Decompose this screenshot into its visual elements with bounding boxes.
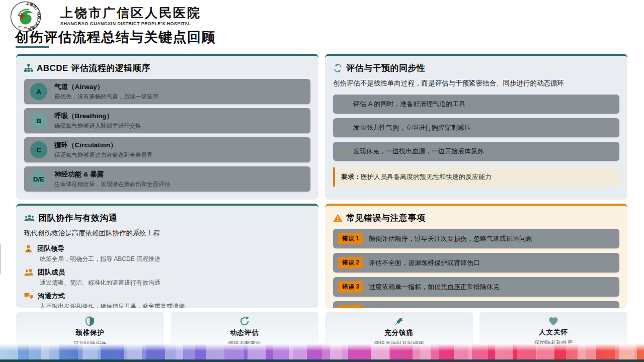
sitemap-icon bbox=[24, 64, 33, 72]
sync-item: → 评估 A 的同时，准备好清理气道的工具 bbox=[333, 95, 619, 114]
panel-team-header: 团队协作与有效沟通 bbox=[24, 212, 310, 224]
error-badge: 错误 4 bbox=[338, 305, 363, 308]
abcde-item-desc: 保证氧气能够通过血液输送到全身器官 bbox=[54, 151, 153, 159]
comments-icon bbox=[24, 293, 33, 300]
abcde-badge: A bbox=[30, 83, 47, 100]
hospital-name-zh: 上饶市广信区人民医院 bbox=[60, 6, 201, 20]
arrow-right-icon: → bbox=[339, 100, 347, 108]
error-item-3: 错误 3 过度依赖单一指标，如仅凭血压正常排除休克 bbox=[333, 277, 619, 297]
team-icon bbox=[24, 214, 35, 222]
decorative-gradient-strip bbox=[0, 344, 644, 359]
heart-icon bbox=[548, 316, 558, 326]
footer-card-title: 颈椎保护 bbox=[16, 328, 164, 337]
abcde-item-title: 呼吸（Breathing） bbox=[54, 112, 141, 121]
error-text: 颠倒评估顺序，过早关注次要损伤，忽略气道或循环问题 bbox=[369, 234, 532, 243]
panel-abcde: ABCDE 评估流程的逻辑顺序 A 气道（Airway） 最优先，没有通畅的气道… bbox=[16, 54, 318, 200]
team-item-desc: 通过清晰、简洁、标准化的语言进行有效沟通 bbox=[40, 279, 310, 287]
scrollbar-artifact bbox=[0, 244, 1, 274]
abcde-item-airway: A 气道（Airway） 最优先，没有通畅的气道，后续一切徒劳 bbox=[24, 79, 310, 104]
refresh-icon bbox=[239, 316, 250, 326]
error-text: 沟通不畅，团队成员各自为战，信息不共享 bbox=[369, 307, 493, 309]
team-item-title: 沟通方式 bbox=[38, 292, 65, 301]
sync-icon bbox=[333, 63, 343, 73]
team-item-desc: 大声报出发现和操作，确保信息共享，避免重复或遗漏 bbox=[40, 302, 310, 308]
bottom-accent-bar bbox=[0, 359, 644, 362]
error-item-4: 错误 4 沟通不畅，团队成员各自为战，信息不共享 bbox=[333, 301, 619, 308]
sync-item: → 发现张力性气胸，立即进行胸腔穿刺减压 bbox=[333, 118, 619, 137]
panel-sync-header: 评估与干预的同步性 bbox=[333, 62, 619, 74]
footer-card-title: 充分镇痛 bbox=[325, 328, 473, 337]
requirement-note-label: 要求： bbox=[341, 173, 361, 180]
team-item-desc: 统筹全局，明确分工，指导 ABCDE 流程推进 bbox=[40, 255, 310, 263]
abcde-badge: D/E bbox=[30, 170, 47, 188]
abcde-item-desc: 生命体征稳定后，发现潜在致命伤和全面评估 bbox=[54, 180, 170, 188]
abcde-item-desc: 确保氧气能够进入肺部并进行交换 bbox=[54, 122, 141, 130]
abcde-item-title: 神经功能 & 暴露 bbox=[54, 170, 170, 179]
error-badge: 错误 2 bbox=[338, 257, 363, 268]
error-text: 过度依赖单一指标，如仅凭血压正常排除休克 bbox=[369, 283, 500, 292]
error-badge: 错误 1 bbox=[338, 233, 363, 244]
hospital-logo: 上饶市广信区人民医院 bbox=[4, 1, 47, 32]
team-item-title: 团队领导 bbox=[37, 244, 64, 253]
abcde-item-desc: 最优先，没有通畅的气道，后续一切徒劳 bbox=[54, 93, 158, 101]
error-badge: 错误 3 bbox=[338, 281, 363, 293]
abcde-item-breathing: B 呼吸（Breathing） 确保氧气能够进入肺部并进行交换 bbox=[24, 108, 310, 133]
warning-icon bbox=[333, 214, 343, 222]
panel-sync-title: 评估与干预的同步性 bbox=[346, 62, 426, 74]
shield-icon bbox=[85, 316, 95, 326]
page-title: 创伤评估流程总结与关键点回顾 bbox=[15, 28, 216, 46]
abcde-item-disability-exposure: D/E 神经功能 & 暴露 生命体征稳定后，发现潜在致命伤和全面评估 bbox=[24, 166, 310, 192]
sync-item-text: 发现张力性气胸，立即进行胸腔穿刺减压 bbox=[353, 123, 471, 132]
panel-sync: 评估与干预的同步性 创伤评估不是线性单向过程，而是评估与干预紧密结合、同步进行的… bbox=[325, 54, 627, 200]
slide: 上饶市广信区人民医院 上饶市广信区人民医院 SHANGRAO GUANGXIN … bbox=[0, 0, 644, 362]
abcde-badge: C bbox=[30, 141, 47, 158]
panel-errors-title: 常见错误与注意事项 bbox=[346, 212, 426, 224]
requirement-note-text: 医护人员具备高度的预见性和快速的反应能力 bbox=[361, 173, 492, 180]
error-text: 评估不全面，遗漏颈椎保护或背部伤口 bbox=[369, 258, 480, 267]
requirement-note: 要求：医护人员具备高度的预见性和快速的反应能力 bbox=[333, 167, 619, 187]
panel-errors: 常见错误与注意事项 错误 1 颠倒评估顺序，过早关注次要损伤，忽略气道或循环问题… bbox=[325, 204, 627, 308]
footer-card-title: 动态评估 bbox=[171, 328, 318, 337]
title-underline bbox=[16, 46, 49, 48]
error-item-1: 错误 1 颠倒评估顺序，过早关注次要损伤，忽略气道或循环问题 bbox=[333, 229, 619, 248]
abcde-item-title: 循环（Circulation） bbox=[54, 141, 153, 150]
arrow-right-icon: → bbox=[339, 147, 347, 155]
members-icon bbox=[24, 268, 33, 277]
sync-intro: 创伤评估不是线性单向过程，而是评估与干预紧密结合、同步进行的动态循环 bbox=[333, 79, 619, 88]
panel-abcde-title: ABCDE 评估流程的逻辑顺序 bbox=[37, 62, 150, 74]
syringe-icon bbox=[394, 316, 404, 326]
hospital-name-en: SHANGRAO GUANGXIN DISTRICT PEOPLE'S HOSP… bbox=[60, 21, 201, 26]
team-item-leader: 团队领导 统筹全局，明确分工，指导 ABCDE 流程推进 bbox=[24, 244, 310, 263]
team-intro: 现代创伤救治是高度依赖团队协作的系统工程 bbox=[24, 229, 310, 238]
panel-team-title: 团队协作与有效沟通 bbox=[38, 212, 118, 224]
error-item-2: 错误 2 评估不全面，遗漏颈椎保护或背部伤口 bbox=[333, 253, 619, 273]
sync-item-text: 发现休克，一边找出血源，一边开始液体复苏 bbox=[353, 147, 484, 156]
team-item-title: 团队成员 bbox=[38, 268, 65, 277]
abcde-item-circulation: C 循环（Circulation） 保证氧气能够通过血液输送到全身器官 bbox=[24, 137, 310, 162]
abcde-badge: B bbox=[30, 112, 47, 129]
sync-item: → 发现休克，一边找出血源，一边开始液体复苏 bbox=[333, 142, 619, 161]
leader-icon bbox=[24, 245, 33, 253]
hospital-name-block: 上饶市广信区人民医院 SHANGRAO GUANGXIN DISTRICT PE… bbox=[60, 6, 201, 26]
panel-team: 团队协作与有效沟通 现代创伤救治是高度依赖团队协作的系统工程 团队领导 统筹全局… bbox=[16, 204, 318, 308]
team-item-communication: 沟通方式 大声报出发现和操作，确保信息共享，避免重复或遗漏 bbox=[24, 292, 310, 308]
arrow-right-icon: → bbox=[339, 124, 347, 132]
team-item-members: 团队成员 通过清晰、简洁、标准化的语言进行有效沟通 bbox=[24, 268, 310, 287]
sync-item-text: 评估 A 的同时，准备好清理气道的工具 bbox=[353, 100, 465, 109]
abcde-item-title: 气道（Airway） bbox=[54, 82, 158, 92]
panel-grid: ABCDE 评估流程的逻辑顺序 A 气道（Airway） 最优先，没有通畅的气道… bbox=[16, 54, 627, 308]
panel-errors-header: 常见错误与注意事项 bbox=[333, 212, 619, 224]
footer-card-title: 人文关怀 bbox=[479, 328, 627, 337]
panel-abcde-header: ABCDE 评估流程的逻辑顺序 bbox=[24, 62, 310, 74]
